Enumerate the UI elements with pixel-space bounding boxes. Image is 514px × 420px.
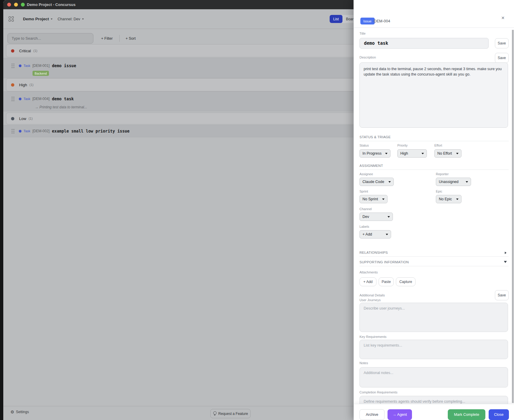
title-input[interactable]	[359, 38, 489, 49]
status-label: Status	[359, 144, 369, 147]
drag-handle-icon[interactable]	[11, 129, 14, 133]
attachment-paste-button[interactable]: Paste	[379, 277, 394, 286]
chevron-down-icon	[51, 19, 53, 20]
group-name: Low	[19, 116, 26, 121]
caret-down-icon	[388, 216, 390, 218]
minimize-window-button[interactable]	[14, 3, 18, 7]
agent-button[interactable]: → Agent	[388, 409, 412, 420]
view-toggle-list[interactable]: List	[330, 15, 342, 23]
task-type: Task	[24, 129, 30, 133]
assignee-dropdown[interactable]: Claude Code	[359, 178, 394, 186]
task-title[interactable]: demo issue	[52, 63, 76, 68]
task-ref: [DEM-001]	[33, 64, 50, 68]
task-dot-icon	[19, 98, 21, 100]
section-assignment: ASSIGNMENT	[359, 164, 509, 170]
completion-requirements-label: Completion Requirements	[359, 390, 397, 394]
priority-dropdown[interactable]: High	[397, 149, 427, 158]
epic-dropdown[interactable]: No Epic	[436, 195, 461, 203]
caret-down-icon	[422, 153, 424, 154]
description-label: Description	[359, 56, 376, 59]
priority-dot-low-icon	[11, 117, 14, 120]
caret-down-icon	[456, 199, 459, 200]
close-icon[interactable]: ✕	[501, 16, 505, 20]
task-title[interactable]: demo task	[52, 96, 74, 101]
divider	[119, 35, 120, 42]
mark-complete-button[interactable]: Mark Complete	[448, 409, 485, 420]
chevron-down-icon[interactable]	[504, 261, 507, 263]
caret-down-icon	[388, 181, 391, 183]
drag-handle-icon[interactable]	[11, 96, 14, 101]
divider	[354, 27, 514, 28]
task-ref: [DEM-004]	[33, 97, 50, 101]
issue-detail-panel: Issue DEM-004 ✕ Title Save Description S…	[354, 0, 514, 420]
task-title[interactable]: example small low priority issue	[52, 129, 129, 133]
notes-label: Notes	[359, 361, 368, 365]
group-count: (1)	[33, 49, 37, 53]
labels-label: Labels	[359, 225, 369, 228]
caret-down-icon	[382, 199, 385, 200]
task-label-badge: Backend	[33, 71, 49, 76]
chevron-right-icon[interactable]	[505, 252, 507, 254]
task-ref: [DEM-002]	[33, 129, 50, 133]
description-textarea[interactable]: print test data to the terminal, pause 2…	[359, 62, 508, 128]
reporter-label: Reporter	[436, 172, 449, 176]
issue-id: DEM-004	[374, 19, 390, 23]
lightbulb-icon	[213, 411, 217, 416]
reporter-dropdown[interactable]: Unassigned	[436, 178, 471, 186]
group-count: (1)	[29, 117, 33, 120]
title-label: Title	[359, 32, 365, 35]
group-count: (1)	[30, 83, 33, 87]
section-supporting-information[interactable]: SUPPORTING INFORMATION	[359, 260, 509, 266]
sprint-dropdown[interactable]: No Sprint	[359, 195, 388, 203]
issue-type-badge: Issue	[360, 18, 375, 24]
assignee-label: Assignee	[359, 172, 373, 176]
task-type: Task	[24, 64, 30, 67]
channel-label: Channel	[359, 207, 372, 211]
group-name: High	[19, 83, 27, 87]
project-selector[interactable]: Demo Project	[23, 9, 53, 29]
archive-button[interactable]: Archive	[359, 409, 385, 420]
chevron-down-icon	[82, 19, 84, 20]
channel-dropdown[interactable]: Dev	[359, 213, 393, 221]
request-feature-button[interactable]: Request a Feature	[210, 409, 251, 418]
filter-button[interactable]: + Filter	[101, 33, 113, 44]
effort-label: Effort	[434, 144, 442, 147]
task-activity-snippet: → Printing test data to terminal...	[35, 105, 87, 109]
user-journeys-label: User Journeys	[359, 298, 381, 302]
sort-button[interactable]: + Sort	[126, 33, 136, 44]
zoom-window-button[interactable]	[21, 3, 25, 7]
attachment-add-button[interactable]: + Add	[359, 277, 376, 286]
caret-down-icon	[386, 234, 388, 235]
key-requirements-textarea[interactable]: List key requirements...	[359, 340, 508, 359]
caret-down-icon	[385, 153, 388, 154]
labels-dropdown[interactable]: + Add	[359, 230, 391, 239]
status-dropdown[interactable]: In Progress	[359, 149, 390, 158]
panel-scrollbar[interactable]	[512, 30, 514, 403]
attachments-label: Attachments	[359, 270, 378, 274]
settings-button[interactable]: ⚙ Settings	[10, 410, 29, 414]
drag-handle-icon[interactable]	[11, 63, 14, 68]
save-description-button[interactable]: Save	[495, 53, 509, 63]
notes-textarea[interactable]: Additional notes...	[359, 367, 508, 387]
grid-menu-icon[interactable]	[9, 16, 14, 21]
save-title-button[interactable]: Save	[495, 38, 509, 48]
attachment-capture-button[interactable]: Capture	[396, 277, 416, 286]
user-journeys-textarea[interactable]: Describe user journeys...	[359, 303, 508, 332]
sprint-label: Sprint	[359, 190, 368, 193]
section-status-triage: STATUS & TRIAGE	[359, 135, 509, 141]
priority-dot-high-icon	[11, 83, 14, 87]
close-window-button[interactable]	[7, 3, 11, 7]
priority-label: Priority	[397, 144, 408, 147]
effort-dropdown[interactable]: No Effort	[434, 149, 461, 158]
close-button[interactable]: Close	[489, 409, 509, 420]
task-dot-icon	[19, 64, 21, 67]
search-input[interactable]	[7, 33, 93, 44]
section-relationships[interactable]: RELATIONSHIPS	[359, 251, 509, 257]
caret-down-icon	[466, 181, 468, 183]
group-name: Critical	[19, 49, 31, 53]
task-dot-icon	[19, 130, 21, 133]
save-additional-button[interactable]: Save	[495, 290, 509, 300]
channel-selector[interactable]: Channel: Dev	[58, 9, 84, 29]
additional-details-label: Additional Details	[359, 293, 385, 297]
gear-icon: ⚙	[10, 410, 14, 414]
